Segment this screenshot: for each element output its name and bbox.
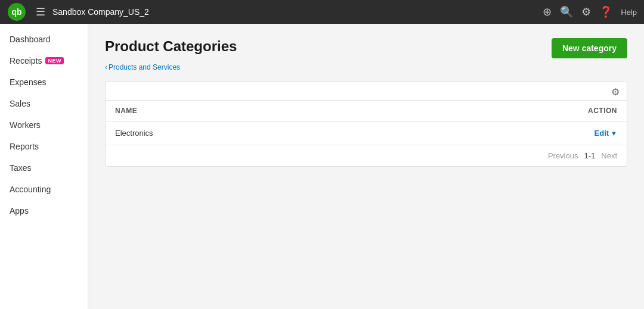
chevron-left-icon: ‹ <box>105 63 107 71</box>
settings-icon[interactable]: ⚙ <box>581 5 591 18</box>
sidebar-item-reports[interactable]: Reports <box>0 136 88 157</box>
sidebar-item-label: Taxes <box>10 163 32 173</box>
main-content: Product Categories New category ‹ Produc… <box>88 24 644 309</box>
edit-label: Edit <box>595 129 609 138</box>
pagination-previous[interactable]: Previous <box>548 151 578 160</box>
product-categories-table: NAME ACTION Electronics Edit ▼ <box>106 100 627 145</box>
company-name: Sandbox Company_US_2 <box>52 7 535 17</box>
help-label[interactable]: Help <box>621 8 637 17</box>
sidebar-item-accounting[interactable]: Accounting <box>0 179 88 200</box>
sidebar-item-label: Sales <box>10 99 30 108</box>
edit-button[interactable]: Edit ▼ <box>595 129 617 138</box>
main-layout: Dashboard Receipts NEW Expenses Sales Wo… <box>0 24 644 309</box>
sidebar-item-apps[interactable]: Apps <box>0 200 88 221</box>
new-category-button[interactable]: New category <box>552 38 627 58</box>
new-badge: NEW <box>45 57 64 64</box>
logo[interactable]: qb <box>7 2 26 21</box>
sidebar-item-receipts[interactable]: Receipts NEW <box>0 50 88 71</box>
table-toolbar: ⚙ <box>106 82 627 100</box>
table-row: Electronics Edit ▼ <box>106 121 627 145</box>
sidebar: Dashboard Receipts NEW Expenses Sales Wo… <box>0 24 88 309</box>
hamburger-menu-icon[interactable]: ☰ <box>36 5 45 18</box>
search-icon[interactable]: 🔍 <box>560 5 573 18</box>
sidebar-item-label: Workers <box>10 120 41 130</box>
cell-name: Electronics <box>106 121 388 145</box>
quickbooks-logo-icon: qb <box>7 2 26 21</box>
cell-action: Edit ▼ <box>388 121 627 145</box>
sidebar-item-label: Accounting <box>10 185 51 194</box>
sidebar-item-sales[interactable]: Sales <box>0 93 88 114</box>
sidebar-item-taxes[interactable]: Taxes <box>0 157 88 179</box>
page-title: Product Categories <box>105 38 237 55</box>
table-card: ⚙ NAME ACTION Electronics Edit <box>105 81 627 167</box>
add-icon[interactable]: ⊕ <box>543 5 552 18</box>
sidebar-item-label: Apps <box>10 206 29 216</box>
sidebar-item-label: Receipts <box>10 56 42 65</box>
sidebar-item-label: Dashboard <box>10 35 51 44</box>
top-navigation: qb ☰ Sandbox Company_US_2 ⊕ 🔍 ⚙ ❓ Help <box>0 0 644 24</box>
sidebar-item-label: Expenses <box>10 77 46 87</box>
topnav-actions: ⊕ 🔍 ⚙ ❓ Help <box>543 5 637 18</box>
pagination-next[interactable]: Next <box>601 151 617 160</box>
table-settings-icon[interactable]: ⚙ <box>611 86 620 98</box>
table-header-row: NAME ACTION <box>106 101 627 121</box>
page-header: Product Categories New category <box>105 38 627 58</box>
column-header-name: NAME <box>106 101 388 121</box>
sidebar-item-label: Reports <box>10 142 39 151</box>
dropdown-arrow-icon: ▼ <box>611 130 617 137</box>
svg-text:qb: qb <box>11 7 21 17</box>
column-header-action: ACTION <box>388 101 627 121</box>
breadcrumb-label: Products and Services <box>109 63 180 71</box>
breadcrumb[interactable]: ‹ Products and Services <box>105 63 627 71</box>
pagination: Previous 1-1 Next <box>106 145 627 166</box>
pagination-current: 1-1 <box>584 151 595 160</box>
sidebar-item-expenses[interactable]: Expenses <box>0 71 88 93</box>
sidebar-item-workers[interactable]: Workers <box>0 114 88 136</box>
help-circle-icon[interactable]: ❓ <box>599 5 612 18</box>
sidebar-item-dashboard[interactable]: Dashboard <box>0 29 88 50</box>
